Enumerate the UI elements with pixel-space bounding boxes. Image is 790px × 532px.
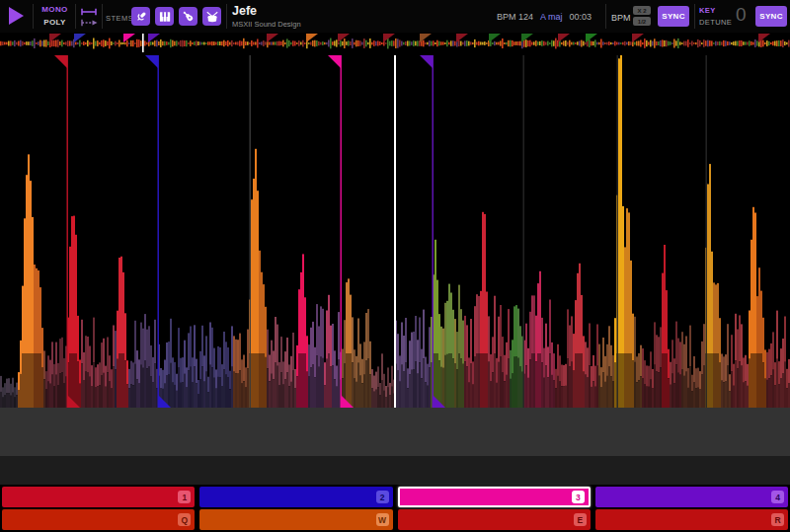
trim-range-icon[interactable] [79, 8, 99, 16]
pad-bank-row-2: QWER [0, 509, 790, 530]
pad-4[interactable]: 4 [595, 487, 788, 507]
sample-title-block: Jefe MSXII Sound Design [232, 5, 301, 29]
overview-waveform [0, 34, 790, 52]
bpm-readout: BPM 124 [497, 12, 533, 22]
bpm-section-label: BPM [611, 13, 631, 23]
stem-vocals-button[interactable] [131, 7, 150, 26]
stem-melody-button[interactable] [155, 7, 174, 26]
time-readout: 00:03 [570, 12, 592, 22]
pad-1[interactable]: 1 [2, 487, 195, 507]
pad-3[interactable]: 3 [398, 487, 591, 507]
poly-option[interactable]: POLY [37, 18, 73, 27]
divider [226, 4, 227, 29]
detune-label[interactable]: DETUNE [699, 18, 732, 27]
divider [694, 4, 695, 29]
waveform-overview-strip[interactable] [0, 34, 790, 52]
top-toolbar: MONO POLY STEMS [0, 0, 790, 33]
sample-title: Jefe [232, 5, 301, 18]
divider [102, 4, 103, 29]
bpm-half-button[interactable]: 1/2 [633, 17, 651, 26]
pad-key-badge: 4 [771, 491, 784, 503]
pad-key-badge: W [376, 513, 389, 526]
pad-key-badge: 2 [376, 491, 389, 503]
pad-Q[interactable]: Q [2, 509, 195, 530]
divider [605, 4, 606, 29]
pad-controls-bar: Attack Release Reverse ★ Favorite 0% X 2… [0, 408, 790, 456]
sample-readouts: BPM 124 A maj 00:03 [497, 12, 592, 22]
stem-drums-button[interactable] [202, 7, 221, 26]
bpm-double-button[interactable]: X 2 [633, 6, 651, 15]
bpm-multiplier-group: X 2 1/2 [633, 6, 651, 26]
stems-label: STEMS [106, 14, 133, 23]
actions-row: Find Samples Select All [0, 456, 790, 485]
main-waveform-display[interactable] [0, 55, 790, 408]
divider [75, 4, 76, 29]
pad-key-badge: 1 [178, 491, 191, 503]
key-section-label[interactable]: KEY [699, 6, 716, 15]
keys-icon [158, 10, 172, 24]
pad-key-badge: 3 [572, 491, 585, 503]
pad-key-badge: Q [178, 513, 191, 526]
pad-W[interactable]: W [199, 509, 392, 530]
microphone-icon [134, 10, 148, 24]
divider [33, 4, 34, 29]
pad-E[interactable]: E [398, 509, 591, 530]
waveform-bars [0, 55, 790, 408]
loop-mode-group [78, 0, 100, 33]
sampler-app: MONO POLY STEMS [0, 0, 790, 532]
key-sync-button[interactable]: SYNC [755, 6, 787, 27]
detune-value: 0 [736, 4, 747, 26]
drums-icon [205, 10, 219, 24]
play-icon[interactable] [9, 7, 24, 25]
pad-key-badge: E [574, 513, 587, 526]
stem-bass-button[interactable] [179, 7, 198, 26]
play-through-icon[interactable] [79, 19, 99, 27]
pad-R[interactable]: R [595, 509, 788, 530]
bpm-sync-button[interactable]: SYNC [658, 6, 689, 27]
pad-2[interactable]: 2 [199, 487, 392, 507]
guitar-icon [182, 10, 196, 24]
mono-option[interactable]: MONO [37, 5, 73, 14]
pad-key-badge: R [771, 513, 784, 526]
pad-bank-row-1: 1234 [0, 487, 790, 507]
sample-subtitle: MSXII Sound Design [232, 20, 301, 29]
key-readout: A maj [540, 12, 563, 22]
voice-mode-toggle: MONO POLY [37, 0, 73, 33]
